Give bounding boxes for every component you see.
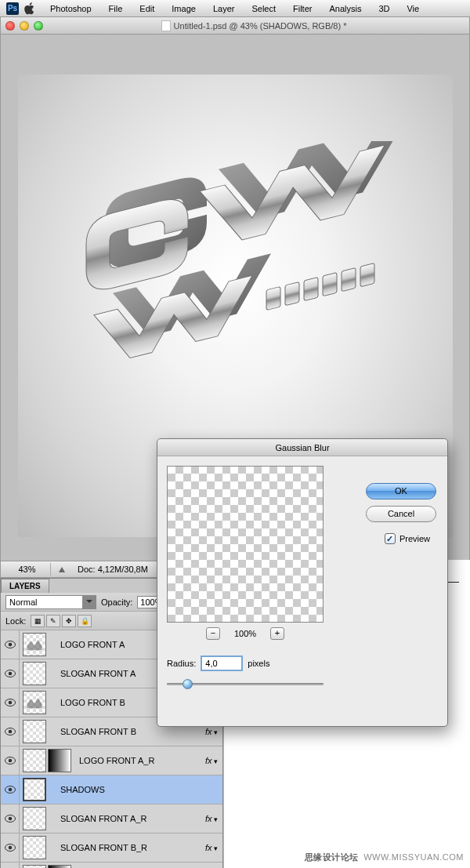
svg-rect-0 xyxy=(266,286,280,310)
traffic-lights xyxy=(5,21,43,31)
lock-position-icon[interactable]: ✥ xyxy=(62,615,76,627)
radius-label: Radius: xyxy=(167,659,196,668)
apple-logo-icon xyxy=(24,2,36,15)
fx-indicator[interactable]: fx xyxy=(191,814,222,823)
close-window-icon[interactable] xyxy=(5,21,15,31)
mask-thumbnail[interactable] xyxy=(48,749,71,772)
menu-3d[interactable]: 3D xyxy=(371,2,397,15)
radius-slider[interactable] xyxy=(167,677,324,690)
fx-indicator[interactable]: fx xyxy=(191,843,222,852)
blend-mode-select[interactable]: Normal xyxy=(5,595,96,609)
lock-pixels-icon[interactable]: ✎ xyxy=(46,615,60,627)
layer-thumbnail[interactable] xyxy=(23,749,46,772)
visibility-toggle[interactable] xyxy=(1,833,20,862)
photoshop-app-icon: Ps xyxy=(6,2,19,15)
layer-row[interactable]: LOGO FRONT A_Rfx xyxy=(1,746,222,775)
layer-thumbnails xyxy=(20,749,74,772)
layer-thumbnail[interactable] xyxy=(23,807,46,830)
3d-logo-artwork xyxy=(39,141,431,423)
svg-rect-1 xyxy=(285,281,299,305)
svg-rect-2 xyxy=(304,277,318,300)
layer-thumbnails xyxy=(20,662,56,685)
svg-point-7 xyxy=(8,643,12,647)
visibility-toggle[interactable] xyxy=(1,775,20,804)
opacity-label: Opacity: xyxy=(101,597,132,607)
menubar: Ps Photoshop File Edit Image Layer Selec… xyxy=(0,0,470,17)
svg-rect-4 xyxy=(342,267,356,291)
menu-image[interactable]: Image xyxy=(164,2,204,15)
preview-checkbox[interactable]: ✓ xyxy=(385,533,396,544)
ok-button[interactable]: OK xyxy=(366,483,436,499)
visibility-toggle[interactable] xyxy=(1,863,20,868)
layer-thumbnails xyxy=(20,633,56,656)
layer-name[interactable]: SLOGAN FRONT B_R xyxy=(56,843,191,852)
layer-row[interactable]: SLOGAN FRONT B_Rfx xyxy=(1,833,222,863)
filter-preview[interactable] xyxy=(167,466,324,623)
svg-rect-5 xyxy=(360,263,374,286)
svg-point-17 xyxy=(8,788,12,792)
layer-name[interactable]: SHADOWS xyxy=(56,785,222,794)
menu-layer[interactable]: Layer xyxy=(205,2,243,15)
menu-select[interactable]: Select xyxy=(244,2,284,15)
status-docsize: Doc: 4,12M/30,8M xyxy=(73,565,153,574)
svg-point-19 xyxy=(8,817,12,821)
menu-edit[interactable]: Edit xyxy=(132,2,162,15)
visibility-toggle[interactable] xyxy=(1,717,20,746)
layer-name[interactable]: SLOGAN FRONT A_R xyxy=(56,814,191,823)
svg-point-21 xyxy=(8,846,12,850)
layer-name[interactable]: SLOGAN FRONT B xyxy=(56,727,191,736)
preview-checkbox-row: ✓ Preview xyxy=(385,533,430,544)
menu-view[interactable]: Vie xyxy=(399,2,427,15)
layers-tab[interactable]: LAYERS xyxy=(1,579,49,593)
status-zoom[interactable]: 43% xyxy=(4,563,51,576)
radius-row: Radius: pixels xyxy=(167,656,438,671)
radius-input[interactable] xyxy=(201,656,243,671)
menu-file[interactable]: File xyxy=(101,2,131,15)
layer-thumbnails xyxy=(20,720,56,743)
window-title: Untitled-1.psd @ 43% (SHADOWS, RGB/8) * xyxy=(43,20,465,31)
visibility-toggle[interactable] xyxy=(1,659,20,688)
layer-thumbnail[interactable] xyxy=(23,720,46,743)
layer-row[interactable]: SLOGAN FRONT A_Rfx xyxy=(1,804,222,833)
preview-zoom-value: 100% xyxy=(234,629,256,638)
lock-label: Lock: xyxy=(5,616,26,626)
document-icon xyxy=(161,20,171,31)
layer-name[interactable]: LOGO FRONT A_R xyxy=(74,756,191,765)
lock-buttons: ▦ ✎ ✥ 🔒 xyxy=(31,615,92,627)
dialog-title: Gaussian Blur xyxy=(157,439,447,456)
zoom-in-button[interactable]: + xyxy=(270,627,284,640)
layer-row[interactable]: LOGO FRONT B_Rfx xyxy=(1,863,222,868)
layer-thumbnail[interactable] xyxy=(23,778,46,801)
layer-thumbnail[interactable] xyxy=(23,836,46,859)
zoom-out-button[interactable]: − xyxy=(206,627,220,640)
layer-row[interactable]: SHADOWS xyxy=(1,775,222,804)
menu-app[interactable]: Photoshop xyxy=(42,2,99,15)
layer-thumbnails xyxy=(20,778,56,801)
window-title-text: Untitled-1.psd @ 43% (SHADOWS, RGB/8) * xyxy=(174,21,347,31)
document-window-chrome: Untitled-1.psd @ 43% (SHADOWS, RGB/8) * xyxy=(0,17,470,35)
minimize-window-icon[interactable] xyxy=(20,21,29,31)
svg-point-11 xyxy=(8,701,12,705)
slider-thumb[interactable] xyxy=(183,679,193,689)
fx-indicator[interactable]: fx xyxy=(191,727,222,736)
layer-thumbnail[interactable] xyxy=(23,633,46,656)
lock-all-icon[interactable]: 🔒 xyxy=(78,615,92,627)
lock-transparency-icon[interactable]: ▦ xyxy=(31,615,45,627)
mask-thumbnail[interactable] xyxy=(48,865,71,868)
fx-indicator[interactable]: fx xyxy=(191,756,222,765)
visibility-toggle[interactable] xyxy=(1,746,20,775)
visibility-toggle[interactable] xyxy=(1,630,20,659)
preview-zoom-controls: − 100% + xyxy=(167,627,324,640)
layer-thumbnail[interactable] xyxy=(23,691,46,714)
cancel-button[interactable]: Cancel xyxy=(366,506,436,522)
visibility-toggle[interactable] xyxy=(1,804,20,833)
menu-filter[interactable]: Filter xyxy=(285,2,320,15)
status-popup-icon[interactable] xyxy=(57,565,67,574)
watermark: 思缘设计论坛 WWW.MISSYUAN.COM xyxy=(305,852,464,863)
visibility-toggle[interactable] xyxy=(1,688,20,717)
menu-analysis[interactable]: Analysis xyxy=(321,2,369,15)
svg-point-9 xyxy=(8,672,12,676)
zoom-window-icon[interactable] xyxy=(34,21,43,31)
layer-thumbnail[interactable] xyxy=(23,662,46,685)
layer-thumbnail[interactable] xyxy=(23,865,46,868)
